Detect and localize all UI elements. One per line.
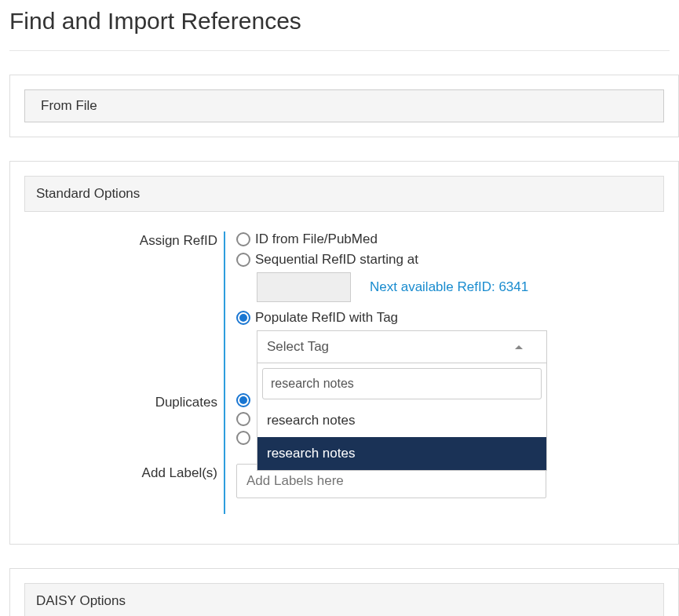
standard-options-panel: Standard Options Assign RefID ? ! ID fro… xyxy=(9,161,679,545)
title-divider xyxy=(9,50,670,51)
tag-select-button[interactable]: Select Tag xyxy=(257,330,547,363)
tag-select-dropdown: research notes research notes xyxy=(257,363,547,471)
radio-icon xyxy=(236,393,250,407)
refid-radio-sequential[interactable]: Sequential RefID starting at xyxy=(236,252,664,268)
refid-radio-sequential-label: Sequential RefID starting at xyxy=(255,252,418,268)
radio-icon xyxy=(236,232,250,246)
page-title: Find and Import References xyxy=(9,8,679,35)
source-mode-label: From File xyxy=(41,98,97,113)
refid-radio-tag[interactable]: Populate RefID with Tag xyxy=(236,310,664,326)
assign-refid-label: Assign RefID xyxy=(119,233,221,249)
next-available-refid-link[interactable]: Next available RefID: 6341 xyxy=(370,279,528,295)
chevron-up-icon xyxy=(515,345,523,349)
standard-options-header: Standard Options xyxy=(24,176,664,212)
tag-select-placeholder: Select Tag xyxy=(267,339,329,355)
radio-icon xyxy=(236,431,250,445)
tag-select[interactable]: Select Tag research notes research notes xyxy=(257,330,547,363)
refid-radio-from-file-label: ID from File/PubMed xyxy=(255,231,378,247)
tag-option[interactable]: research notes xyxy=(257,404,546,437)
tag-option[interactable]: research notes xyxy=(257,437,546,470)
add-labels-label: Add Label(s) xyxy=(119,465,221,481)
daisy-options-header: DAISY Options xyxy=(24,583,664,616)
duplicates-label: Duplicates xyxy=(119,395,221,410)
radio-icon xyxy=(236,253,250,267)
radio-icon xyxy=(236,412,250,426)
daisy-options-panel: DAISY Options xyxy=(9,568,679,616)
source-panel: From File xyxy=(9,75,679,137)
refid-radio-from-file[interactable]: ID from File/PubMed xyxy=(236,231,664,247)
sequential-start-input xyxy=(257,272,351,302)
refid-radio-tag-label: Populate RefID with Tag xyxy=(255,310,398,326)
radio-icon xyxy=(236,311,250,325)
tag-search-input[interactable] xyxy=(262,368,542,399)
source-mode-dropdown[interactable]: From File xyxy=(24,89,664,122)
